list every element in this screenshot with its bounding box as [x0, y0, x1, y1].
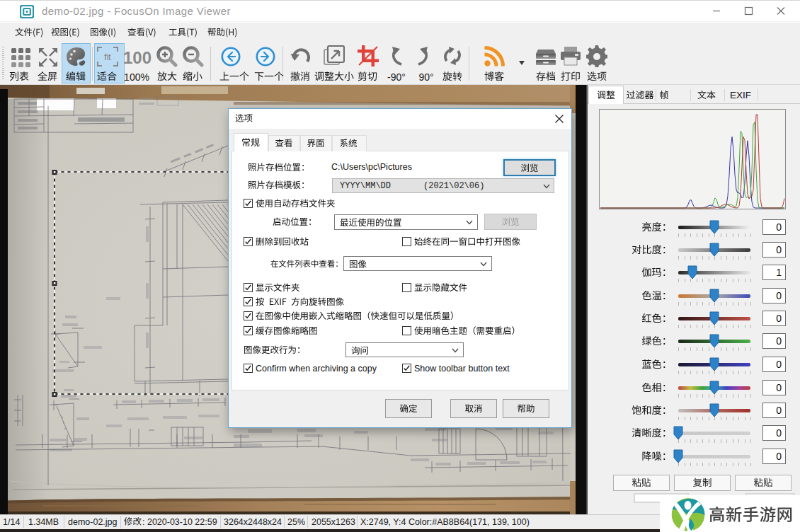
svg-text:fit: fit	[104, 52, 111, 62]
